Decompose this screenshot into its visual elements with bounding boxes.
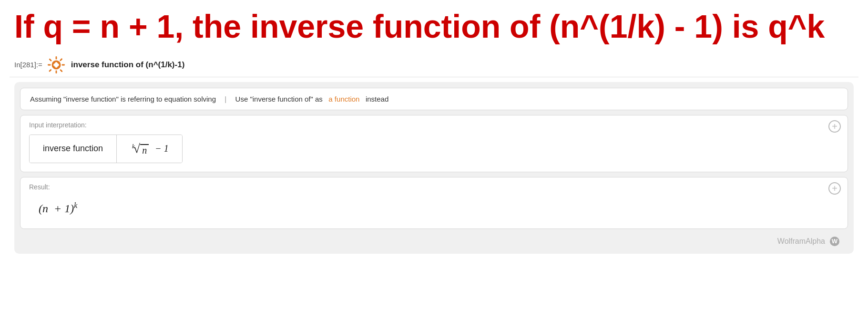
svg-rect-7 (49, 69, 52, 72)
interp-text: inverse function (43, 144, 103, 154)
svg-rect-6 (60, 58, 63, 62)
interpretation-cells: inverse function k √ n − 1 (29, 135, 183, 163)
kth-root-symbol: k √ n (132, 142, 149, 156)
result-n: n (42, 202, 48, 215)
assumption-notice: Assuming "inverse function" is referring… (20, 88, 848, 110)
assumption-prefix: Assuming "inverse function" is referring… (30, 95, 216, 103)
results-container: Assuming "inverse function" is referring… (14, 82, 854, 254)
assumption-suffix: instead (366, 95, 388, 103)
input-interpretation-pod: Input interpretation: + inverse function… (20, 115, 848, 172)
pod-expand-button-result[interactable]: + (828, 182, 841, 195)
pod-title-input-interp: Input interpretation: (29, 121, 839, 129)
pod-expand-button-input-interp[interactable]: + (828, 120, 841, 133)
result-formula: (n + 1)k (29, 197, 839, 220)
svg-rect-1 (55, 56, 57, 60)
radical-content-n: n (140, 144, 149, 156)
wolfram-sun-icon (47, 56, 65, 74)
interp-cell-math: k √ n − 1 (116, 135, 182, 163)
page-wrapper: If q = n + 1, the inverse function of (n… (0, 0, 868, 263)
svg-rect-11 (53, 64, 59, 66)
assumption-function-link[interactable]: a function (328, 95, 359, 103)
svg-rect-8 (60, 69, 63, 73)
svg-rect-3 (48, 64, 51, 65)
result-exponent-k: k (74, 201, 77, 209)
minus-one: − 1 (153, 143, 169, 154)
input-query-text: inverse function of (n^(1/k)-1) (71, 60, 185, 70)
svg-rect-2 (55, 70, 57, 73)
result-pod: Result: + (n + 1)k (20, 177, 848, 229)
svg-rect-4 (61, 64, 65, 65)
svg-rect-5 (49, 58, 52, 62)
math-kth-root-expression: k √ n − 1 (130, 142, 169, 156)
wolfram-alpha-label: WolframAlpha (777, 237, 825, 246)
page-title: If q = n + 1, the inverse function of (n… (10, 0, 858, 53)
pod-title-result: Result: (29, 183, 839, 191)
radical-sign: √ (133, 143, 140, 155)
wolfram-alpha-icon[interactable]: W (830, 237, 839, 246)
assumption-separator: | (223, 95, 228, 103)
input-bar: In[281]:= inverse function of (n^(1/k)-1… (10, 53, 858, 77)
input-label: In[281]:= (14, 61, 42, 69)
footer: WolframAlpha W (20, 234, 848, 248)
interp-cell-label: inverse function (30, 135, 116, 163)
assumption-middle: Use "inverse function of" as (235, 95, 323, 103)
